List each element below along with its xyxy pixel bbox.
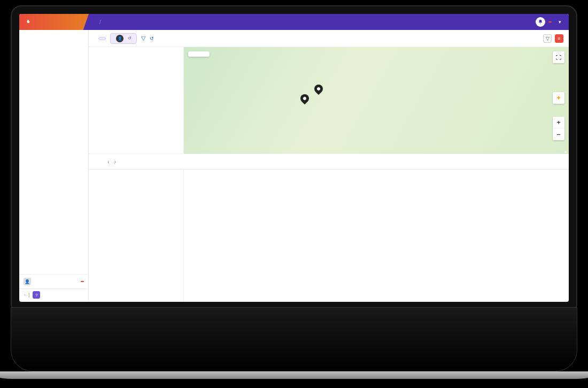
map[interactable]: ⛶ ✦ + − — [184, 47, 569, 154]
undo-icon[interactable]: ↺ — [126, 35, 133, 42]
satellite-tab[interactable] — [199, 51, 210, 57]
fullscreen-icon[interactable]: ⛶ — [553, 51, 564, 63]
help-icon[interactable]: ? — [33, 291, 40, 299]
zoom-out-button[interactable]: − — [553, 128, 564, 140]
map-type-toggle — [188, 51, 210, 57]
zoom-control: + − — [553, 117, 564, 140]
user-menu[interactable]: ▾ — [557, 19, 561, 25]
prev-day-button[interactable]: ‹ — [106, 158, 111, 165]
pegman-icon[interactable]: ✦ — [553, 92, 564, 104]
view-toggle-icon[interactable]: ≡ — [555, 34, 563, 43]
avatar-icon: 👤 — [24, 278, 31, 285]
breadcrumb: / — [89, 19, 105, 25]
notifications-bell[interactable] — [536, 17, 545, 27]
filter-bar: 👤 ↺ ▽ ↺ ▽ ≡ — [89, 30, 569, 47]
chevron-down-icon: ▾ — [559, 19, 561, 25]
brand-logo[interactable] — [19, 14, 89, 30]
flame-icon — [25, 19, 31, 25]
timeline-grid[interactable] — [184, 170, 569, 302]
bell-icon — [538, 19, 543, 25]
visit-date-filter[interactable] — [98, 37, 106, 40]
filter-funnel-icon[interactable]: ▽ — [141, 35, 145, 42]
breadcrumb-sep: / — [99, 19, 101, 25]
visits-panel — [89, 47, 184, 154]
technician-list — [89, 170, 184, 302]
notifications-count — [548, 21, 552, 22]
map-pin[interactable] — [299, 93, 311, 105]
map-tab[interactable] — [188, 51, 199, 57]
sidebar-user[interactable]: 👤 — [19, 274, 88, 288]
sidebar: 👤 ←| ? — [19, 30, 89, 302]
map-pin[interactable] — [313, 83, 325, 95]
reset-link[interactable]: ↺ — [150, 36, 154, 41]
sidebar-user-badge — [81, 281, 84, 282]
collapse-icon[interactable]: ←| — [24, 292, 29, 298]
map-attribution — [564, 151, 567, 153]
person-icon: 👤 — [116, 35, 123, 42]
technician-filter[interactable]: 👤 ↺ — [110, 33, 137, 44]
zoom-in-button[interactable]: + — [553, 117, 564, 128]
next-day-button[interactable]: › — [112, 158, 118, 165]
filter-settings-icon[interactable]: ▽ — [543, 34, 552, 43]
